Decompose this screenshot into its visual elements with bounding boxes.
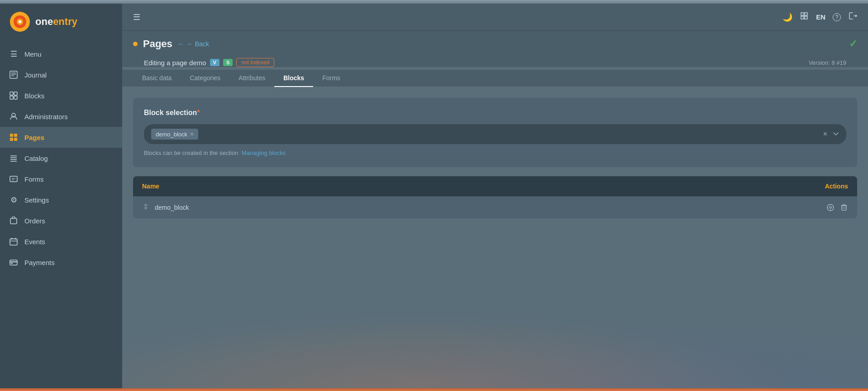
sidebar-item-label: Payments [24,259,55,266]
tab-attributes[interactable]: Attributes [229,70,274,87]
tab-categories[interactable]: Categories [181,70,229,87]
sidebar-item-forms[interactable]: Forms [0,169,122,189]
back-label: ← Back [187,40,209,48]
svg-rect-9 [14,92,17,95]
version-info: Version: 8 #19 [809,59,846,66]
sidebar-item-label: Administrators [24,113,68,121]
badge-v: V [210,59,219,66]
svg-rect-17 [14,138,17,141]
svg-rect-11 [14,96,17,99]
main-content: ☰ 🌙 EN ? [122,4,868,391]
delete-block-button[interactable] [840,203,848,212]
badge-s: S [223,59,233,66]
svg-rect-23 [10,218,17,224]
svg-rect-13 [12,116,15,118]
events-icon [9,237,18,246]
tab-blocks[interactable]: Blocks [274,70,313,87]
svg-rect-10 [10,96,13,99]
svg-rect-14 [10,134,13,137]
sidebar-item-pages[interactable]: Pages [0,127,122,148]
payments-icon [9,258,18,267]
page-title: Pages [143,38,172,50]
row-block-name: demo_block [155,204,826,211]
sidebar-item-settings[interactable]: ⚙ Settings [0,189,122,210]
moon-icon[interactable]: 🌙 [782,12,792,22]
svg-rect-30 [11,263,13,264]
sidebar-item-blocks[interactable]: Blocks [0,85,122,106]
block-tag-label: demo_block [156,131,187,138]
selector-chevron-icon[interactable] [833,130,839,138]
sidebar-nav: ☰ Menu Journal [0,40,122,391]
language-selector[interactable]: EN [816,13,825,21]
save-checkmark: ✓ [849,38,857,50]
tabs-bar: Basic data Categories Attributes Blocks … [122,70,868,87]
sidebar-item-catalog[interactable]: Catalog [0,148,122,169]
svg-rect-16 [10,138,13,141]
app-header: ☰ 🌙 EN ? [122,4,868,31]
block-tag-demo-block: demo_block × [151,129,198,140]
editing-label: Editing a page demo [144,59,206,67]
sidebar-item-administrators[interactable]: Administrators [0,106,122,127]
editing-title-row: Editing a page demo V S not indexed [144,58,274,67]
selector-clear-icon[interactable]: × [823,130,827,138]
block-tags-container: demo_block × [151,129,198,140]
sidebar-item-journal[interactable]: Journal [0,64,122,85]
sidebar-item-label: Blocks [24,92,44,100]
svg-rect-4 [10,71,17,78]
block-tag-remove-icon[interactable]: × [190,130,194,138]
bottom-bar [0,388,868,391]
svg-rect-8 [10,92,13,95]
header-left: ☰ [133,12,140,22]
sidebar-item-label: Journal [24,71,47,79]
blocks-icon [9,91,18,100]
grid-icon[interactable] [800,11,809,23]
settings-icon: ⚙ [9,195,18,204]
svg-point-31 [827,204,834,211]
svg-rect-24 [10,239,17,245]
orders-icon [9,216,18,225]
badge-not-indexed: not indexed [236,58,274,67]
drag-handle-icon[interactable] [142,203,149,212]
blocks-table: Name Actions demo_block [133,176,857,218]
tab-forms[interactable]: Forms [313,70,349,87]
svg-rect-37 [842,206,846,210]
managing-blocks-link[interactable]: Managing blocks [242,150,286,156]
logo-icon [9,11,31,33]
hamburger-icon[interactable]: ☰ [133,12,140,22]
pages-icon [9,133,18,142]
back-link[interactable]: ← ← Back [178,40,209,48]
svg-point-3 [19,20,21,23]
logout-icon[interactable] [848,11,857,23]
tab-basic-data[interactable]: Basic data [133,70,181,87]
sidebar-item-label: Orders [24,217,45,225]
table-col-name: Name [142,183,825,190]
editing-bar: Editing a page demo V S not indexed Vers… [133,53,857,67]
row-actions [826,203,848,212]
required-marker: * [197,109,200,116]
sidebar-item-label: Events [24,238,45,246]
selector-controls: × [823,130,839,138]
forms-icon [9,174,18,183]
edit-block-button[interactable] [826,203,835,212]
sidebar-item-menu[interactable]: ☰ Menu [0,43,122,64]
header-right: 🌙 EN ? [782,11,857,23]
block-selection-card: Block selection* demo_block × × [133,98,857,167]
logo-text: oneentry [35,16,77,28]
table-row: demo_block [133,196,857,218]
block-selection-title: Block selection* [144,109,846,117]
block-selector-input[interactable]: demo_block × × [144,124,846,144]
catalog-icon [9,154,18,163]
content-area: Block selection* demo_block × × [122,87,868,391]
sidebar-item-label: Settings [24,196,49,204]
sidebar-item-events[interactable]: Events [0,231,122,252]
table-col-actions: Actions [825,183,848,190]
administrators-icon [9,112,18,121]
svg-rect-22 [10,176,17,182]
page-title-row: Pages ← ← Back ✓ [133,38,857,50]
back-arrow-icon: ← [178,40,184,48]
sidebar-item-orders[interactable]: Orders [0,210,122,231]
table-header: Name Actions [133,176,857,196]
help-icon[interactable]: ? [833,13,841,21]
sidebar-item-payments[interactable]: Payments [0,252,122,273]
sidebar: oneentry ☰ Menu Journal [0,4,122,391]
